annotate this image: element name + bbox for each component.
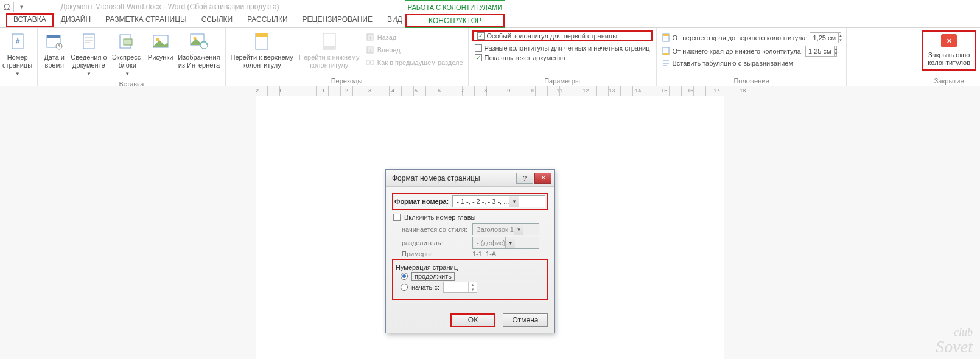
radio-icon (401, 284, 408, 291)
dialog-help-button[interactable]: ? (516, 173, 533, 184)
page-number-format-dialog: Формат номера страницы ? ✕ Формат номера… (385, 169, 555, 333)
link-icon (365, 58, 375, 68)
header-icon (252, 32, 271, 51)
document-info-button[interactable]: Сведения о документе ▼ (68, 29, 109, 79)
checkbox-icon (477, 32, 485, 40)
quick-parts-button[interactable]: Экспресс- блоки ▼ (110, 29, 145, 79)
starts-with-label: начинается со стиля: (402, 226, 469, 233)
close-header-footer-button[interactable]: ✕ Закрыть окно колонтитулов (922, 30, 976, 71)
separator-value: - (дефис) (477, 239, 505, 246)
group-options: Особый колонтитул для первой страницы Ра… (469, 28, 657, 86)
svg-text:↑: ↑ (369, 35, 371, 41)
pos-top-value: 1,25 см (810, 34, 838, 41)
group-position-label: Положение (659, 76, 844, 86)
opt-odd-even-label: Разные колонтитулы для четных и нечетных… (485, 44, 650, 52)
group-insert: Дата и время Сведения о документе ▼ Эксп… (38, 28, 225, 86)
opt-show-doc-checkbox[interactable]: Показать текст документа (472, 54, 653, 62)
tab-design[interactable]: ДИЗАЙН (54, 13, 98, 27)
chevron-down-icon: ▼ (505, 237, 515, 248)
nav-prev-section-label: Как в предыдущем разделе (377, 59, 463, 66)
chapter-fieldset: начинается со стиля: Заголовок 1 ▼ разде… (402, 223, 547, 257)
pictures-label: Рисунки (148, 54, 173, 61)
pos-bottom-row: От нижнего края до нижнего колонтитула: … (659, 45, 844, 57)
number-format-label: Формат номера: (394, 198, 449, 205)
separator-combo: - (дефис) ▼ (472, 237, 539, 249)
page-number-label: Номер страницы (2, 54, 32, 69)
checkbox-icon (393, 214, 401, 221)
document-info-label: Сведения о документе (71, 54, 107, 69)
pos-bottom-label: От нижнего края до нижнего колонтитула: (673, 47, 803, 55)
tab-review[interactable]: РЕЦЕНЗИРОВАНИЕ (295, 13, 380, 27)
group-navigation: Перейти к верхнему колонтитулу Перейти к… (226, 28, 469, 86)
pos-top-row: От верхнего края до верхнего колонтитула… (659, 32, 844, 44)
svg-point-17 (200, 41, 208, 49)
nav-forward-label: Вперед (377, 46, 401, 54)
svg-rect-30 (663, 34, 669, 36)
number-format-value: - 1 -, - 2 -, - 3 -, ... (457, 198, 509, 205)
tab-insert[interactable]: ВСТАВКА (6, 13, 54, 27)
document-title: Документ Microsoft Word.docx - Word (Сбо… (60, 2, 279, 11)
tab-references[interactable]: ССЫЛКИ (194, 13, 240, 27)
include-chapter-checkbox[interactable]: Включить номер главы (393, 214, 547, 221)
opt-first-page-checkbox[interactable]: Особый колонтитул для первой страницы (475, 32, 650, 40)
svg-rect-19 (256, 33, 268, 37)
radio-continue-label: продолжить (411, 272, 455, 281)
group-position: От верхнего края до верхнего колонтитула… (657, 28, 847, 86)
examples-value: 1-1, 1-A (472, 250, 496, 257)
online-pictures-button[interactable]: Изображения из Интернета (175, 29, 222, 71)
radio-start-at-label: начать с: (411, 284, 439, 291)
pictures-button[interactable]: Рисунки (145, 29, 176, 63)
pos-bottom-spinner[interactable]: 1,25 см ▲▼ (805, 46, 837, 57)
page-numbering-group: Нумерация страниц продолжить начать с: ▲… (392, 259, 548, 300)
goto-header-button[interactable]: Перейти к верхнему колонтитулу (228, 29, 296, 71)
tab-constructor[interactable]: КОНСТРУКТОР (405, 14, 505, 27)
pos-tab-button[interactable]: Вставить табуляцию с выравниванием (659, 58, 844, 68)
dropdown-icon: ▼ (86, 70, 91, 78)
goto-header-label: Перейти к верхнему колонтитулу (231, 54, 293, 69)
dialog-titlebar[interactable]: Формат номера страницы ? ✕ (386, 170, 554, 187)
opt-odd-even-checkbox[interactable]: Разные колонтитулы для четных и нечетных… (472, 44, 653, 52)
cancel-button[interactable]: Отмена (503, 313, 548, 327)
opt-show-doc-label: Показать текст документа (485, 54, 565, 61)
checkbox-icon (475, 54, 482, 61)
pos-bottom-value: 1,25 см (806, 47, 834, 55)
symbol-dropdown-icon[interactable]: ▼ (19, 4, 24, 10)
radio-start-at[interactable]: начать с: ▲▼ (401, 282, 544, 293)
page-numbering-title: Нумерация страниц (396, 263, 544, 271)
pos-top-spinner[interactable]: 1,25 см ▲▼ (810, 32, 841, 43)
dialog-close-button[interactable]: ✕ (534, 173, 551, 184)
svg-text:#: # (15, 37, 19, 46)
contextual-tab-group: РАБОТА С КОЛОНТИТУЛАМИ КОНСТРУКТОР (405, 0, 505, 28)
number-format-row: Формат номера: - 1 -, - 2 -, - 3 -, ... … (392, 193, 548, 210)
start-at-spinner[interactable]: ▲▼ (443, 282, 477, 293)
close-label: Закрыть окно колонтитулов (928, 51, 970, 67)
date-time-button[interactable]: Дата и время (40, 29, 68, 71)
ruler-numbers: 21 123 456 789 101112 131415 161718 (256, 88, 746, 94)
tab-mailings[interactable]: РАССЫЛКИ (240, 13, 295, 27)
chevron-down-icon: ▼ (514, 224, 523, 235)
goto-footer-button: Перейти к нижнему колонтитулу (296, 29, 363, 71)
online-picture-icon (189, 32, 209, 51)
number-format-combo[interactable]: - 1 -, - 2 -, - 3 -, ... ▼ (452, 195, 545, 207)
examples-label: Примеры: (402, 250, 469, 257)
group-navigation-label: Переходы (228, 76, 466, 86)
tab-align-icon (662, 59, 670, 68)
online-pictures-label: Изображения из Интернета (178, 54, 220, 69)
include-chapter-label: Включить номер главы (404, 214, 476, 221)
pos-top-label: От верхнего края до верхнего колонтитула… (673, 34, 808, 41)
radio-continue[interactable]: продолжить (401, 272, 544, 281)
symbol-omega: Ω (4, 2, 14, 12)
nav-back-label: Назад (377, 33, 397, 41)
separator-label: разделитель: (402, 239, 469, 246)
tab-page-layout[interactable]: РАЗМЕТКА СТРАНИЦЫ (98, 13, 194, 27)
radio-icon (401, 273, 408, 280)
quick-parts-icon (117, 32, 137, 51)
contextual-title: РАБОТА С КОЛОНТИТУЛАМИ (405, 1, 505, 14)
dropdown-icon: ▼ (125, 70, 130, 78)
page-number-button[interactable]: # Номер страницы ▼ (0, 29, 35, 79)
ok-button[interactable]: ОК (450, 313, 495, 327)
watermark: club Sovet (936, 325, 973, 354)
svg-rect-32 (663, 53, 669, 55)
group-close-label: Закрытие (920, 76, 978, 86)
arrow-down-icon: ↓ (365, 45, 375, 55)
